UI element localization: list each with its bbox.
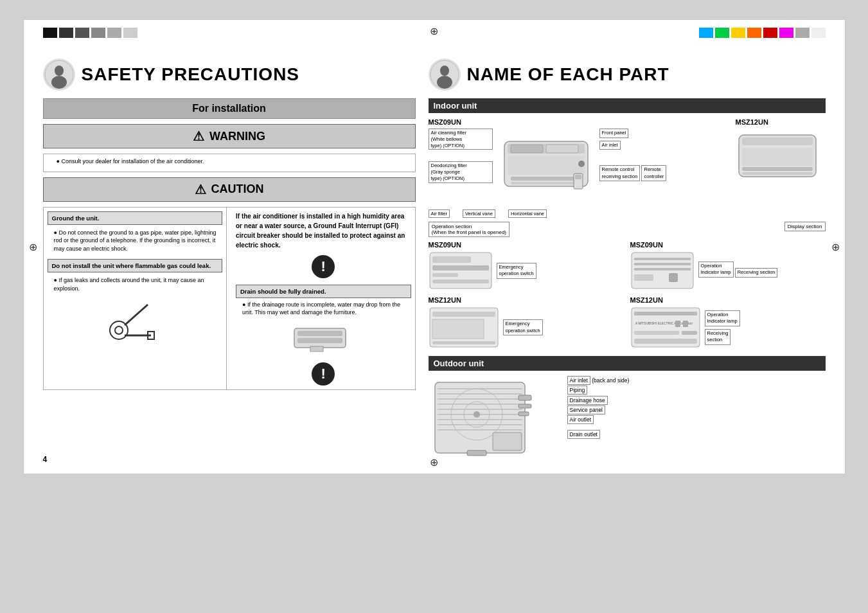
ground-unit-box: Ground the unit. <box>48 211 223 225</box>
msz09un-operation-right: MSZ09UN OperationIndicator lamp <box>630 241 826 290</box>
emergency-switch-label-left: Emergencyoperation switch <box>497 263 536 279</box>
svg-rect-36 <box>634 258 691 260</box>
svg-rect-49 <box>683 321 688 327</box>
svg-point-13 <box>440 66 449 76</box>
warning-box: ⚠ WARNING <box>43 124 416 148</box>
svg-rect-27 <box>742 148 813 166</box>
svg-point-14 <box>437 76 452 89</box>
page-number: 4 <box>43 455 48 464</box>
emergency-switch-label-msz12: Emergencyoperation switch <box>503 319 543 335</box>
remote-control-receiving-label: Remote controlreceiving section <box>599 165 641 181</box>
safety-precautions-section: SAFETY PRECAUTIONS For installation ⚠ WA… <box>43 58 416 461</box>
air-cleaning-filter-label: Air cleaning filter(White bellowstype) (… <box>429 129 493 150</box>
air-outlet-label: Air outlet <box>567 415 594 424</box>
safety-icon <box>43 58 75 91</box>
ac-unit-small-image <box>236 322 411 357</box>
msz09un-operation-left: MSZ09UN Emergencyoperation switch <box>429 241 624 290</box>
air-inlet-outdoor-note: (back and side) <box>592 377 629 384</box>
left-labels: Air cleaning filter(White bellowstype) (… <box>429 129 493 207</box>
bottom-labels: Air filter Vertical vane Horizontal vane <box>429 209 729 218</box>
outdoor-labels: Air inlet (back and side) Piping Drainag… <box>567 376 630 440</box>
msz09un-diagram: MSZ09UN Air cleaning filter(White bellow… <box>429 118 729 218</box>
service-panel-label: Service panel <box>567 405 606 414</box>
msz12un-right-labels: OperationIndicator lamp Receivingsection <box>705 310 740 345</box>
svg-rect-19 <box>508 155 585 175</box>
svg-rect-21 <box>511 182 581 184</box>
caution-left-col: Ground the unit. Do not connect the grou… <box>44 208 227 389</box>
drain-warning-icon: ! <box>312 362 335 386</box>
svg-rect-50 <box>634 331 679 335</box>
warning-triangle-icon: ⚠ <box>193 129 204 144</box>
svg-rect-11 <box>310 346 323 351</box>
msz12un-diagram: MSZ12UN <box>736 118 826 218</box>
color-bar-right <box>699 28 826 38</box>
svg-point-70 <box>474 411 480 418</box>
drain-box: Drain should be fully drained. <box>236 285 411 298</box>
svg-rect-51 <box>682 331 697 335</box>
msz12un-op-label-left: MSZ12UN <box>429 296 624 304</box>
svg-rect-65 <box>518 412 529 416</box>
msz12un-op-label-right: MSZ12UN <box>630 296 826 304</box>
svg-rect-43 <box>432 319 484 339</box>
consult-text: Consult your dealer for installation of … <box>57 157 409 166</box>
svg-rect-18 <box>546 145 578 153</box>
color-bar-left <box>43 28 137 38</box>
outdoor-unit-header: Outdoor unit <box>429 356 826 371</box>
msz12un-label: MSZ12UN <box>736 118 826 126</box>
svg-rect-9 <box>297 331 342 336</box>
svg-rect-33 <box>432 273 458 277</box>
svg-rect-34 <box>432 280 489 283</box>
front-panel-label: Front panel <box>599 129 629 138</box>
drain-text: If the drainage route is incomplete, wat… <box>242 301 411 317</box>
svg-rect-32 <box>432 265 489 271</box>
svg-rect-31 <box>432 256 471 263</box>
operation-indicator-label-right: OperationIndicator lamp Receiving sectio… <box>698 262 778 280</box>
part-names-header: NAME OF EACH PART <box>429 58 826 91</box>
svg-rect-10 <box>297 338 342 343</box>
caution-triangle-icon: ⚠ <box>195 182 206 197</box>
svg-rect-29 <box>742 172 813 175</box>
reg-mark-right: ⊕ <box>831 241 840 253</box>
svg-rect-67 <box>467 450 486 456</box>
msz12un-operation-left: MSZ12UN Emergencyoperation switch <box>429 296 624 348</box>
svg-rect-52 <box>634 339 697 344</box>
svg-rect-66 <box>493 432 522 450</box>
caution-right-col: If the air conditioner is installed in a… <box>232 208 415 389</box>
consult-box: Consult your dealer for installation of … <box>43 154 416 172</box>
msz09un-label: MSZ09UN <box>429 118 729 126</box>
msz09un-op-label-left: MSZ09UN <box>429 241 624 249</box>
svg-rect-46 <box>634 312 697 315</box>
svg-rect-39 <box>634 274 653 281</box>
msz12un-operation-right: MSZ12UN A MITSUBISHI ELECTRIC Air Condit… <box>630 296 826 348</box>
svg-point-4 <box>115 326 123 334</box>
for-installation-box: For installation <box>43 98 416 119</box>
right-labels: Front panel Air inlet Remote controlrece… <box>599 129 729 207</box>
caution-label: CAUTION <box>211 182 264 196</box>
safety-title: SAFETY PRECAUTIONS <box>82 64 300 85</box>
svg-rect-48 <box>675 321 680 327</box>
caution-box-header: ⚠ CAUTION <box>43 177 416 202</box>
svg-rect-44 <box>432 341 495 344</box>
main-content: SAFETY PRECAUTIONS For installation ⚠ WA… <box>43 58 826 461</box>
safety-header: SAFETY PRECAUTIONS <box>43 58 416 91</box>
display-section-label: Display section <box>784 222 826 231</box>
ground-unit-text: Do not connect the ground to a gas pipe,… <box>54 229 223 253</box>
svg-rect-24 <box>575 175 581 179</box>
reg-mark-bottom: ⊕ <box>430 456 438 468</box>
warning-label: WARNING <box>209 130 265 143</box>
air-filter-label: Air filter <box>429 209 450 218</box>
reg-mark-top: ⊕ <box>430 25 438 37</box>
air-inlet-outdoor-label: Air inlet <box>567 376 590 385</box>
air-inlet-label: Air inlet <box>599 141 621 150</box>
horizontal-vane-label: Horizontal vane <box>508 209 547 218</box>
svg-rect-17 <box>511 145 543 153</box>
drain-outlet-label: Drain outlet <box>567 430 600 439</box>
name-of-each-part-section: NAME OF EACH PART Indoor unit MSZ09UN Ai… <box>429 58 826 461</box>
svg-rect-26 <box>742 138 813 145</box>
flammable-text: If gas leaks and collects around the uni… <box>54 276 223 292</box>
vertical-vane-label: Vertical vane <box>463 209 495 218</box>
scissors-icon <box>48 298 223 343</box>
part-names-icon <box>429 58 461 91</box>
piping-label: Piping <box>567 386 588 395</box>
svg-rect-28 <box>742 167 813 171</box>
